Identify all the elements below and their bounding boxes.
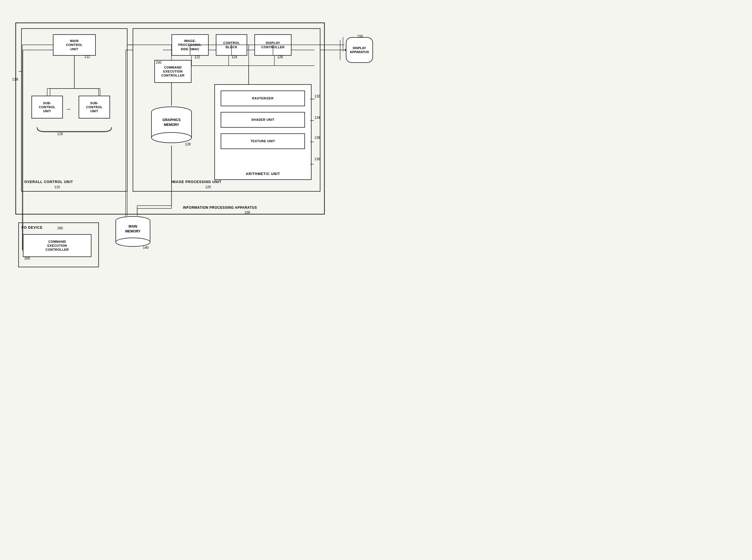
command-execution-top-label: COMMAND EXECUTION CONTROLLER <box>161 65 185 78</box>
arithmetic-unit: RASTERIZER SHADER UNIT TEXTURE UNIT ARIT… <box>214 84 311 180</box>
image-processing-unit-label: IMAGE PROCESSING UNIT <box>172 180 221 184</box>
texture-unit: TEXTURE UNIT <box>221 133 305 149</box>
texture-unit-label: TEXTURE UNIT <box>250 139 275 143</box>
control-block: CONTROL BLOCK <box>216 34 247 56</box>
main-control-unit-ref: 112 <box>84 55 90 59</box>
shader-unit: SHADER UNIT <box>221 112 305 128</box>
image-processing-ref: 120 <box>205 185 211 189</box>
shader-unit-label: SHADER UNIT <box>251 118 274 122</box>
display-controller-label: DISPLAY CONTROLLER <box>261 41 284 49</box>
graphics-memory-ref: 128 <box>185 142 191 146</box>
svg-point-34 <box>152 133 192 143</box>
command-execution-controller-bottom: COMMAND EXECUTION CONTROLLER <box>23 234 92 257</box>
command-execution-top-ref: 200 <box>156 61 161 64</box>
sub-control-unit-1-label: SUB- CONTROL UNIT <box>39 101 55 113</box>
arithmetic-unit-ref: 130 <box>314 157 320 161</box>
shader-unit-ref: 134 <box>314 116 320 120</box>
display-apparatus-ref: 150 <box>357 34 363 38</box>
control-block-label: CONTROL BLOCK <box>223 41 240 49</box>
ref-118: 118 <box>12 77 18 81</box>
arithmetic-unit-inner-label: ARITHMETIC UNIT <box>215 172 311 176</box>
control-block-ref: 124 <box>232 55 237 59</box>
image-processing-side-dmac-label: IMAGE- PROCESSING- SIDE DMAC <box>178 39 202 51</box>
command-execution-bottom-label: COMMAND EXECUTION CONTROLLER <box>45 240 69 252</box>
display-apparatus-label: DISPLAY APPARATUS <box>350 46 369 54</box>
info-processing-ref: 100 <box>244 211 250 215</box>
display-apparatus: DISPLAY APPARATUS <box>346 37 373 63</box>
rasterizer-label: RASTERIZER <box>252 96 273 100</box>
command-execution-bottom-ref: 200 <box>24 256 30 260</box>
sub-control-unit-2-label: SUB- CONTROL UNIT <box>86 101 103 113</box>
image-processing-side-dmac: IMAGE- PROCESSING- SIDE DMAC <box>172 34 209 56</box>
overall-control-unit-label: OVERALL CONTROL UNIT <box>24 180 73 184</box>
svg-point-43 <box>116 238 150 246</box>
main-memory: MAINMEMORY <box>113 216 153 248</box>
sub-control-unit-1: SUB- CONTROL UNIT <box>32 96 63 119</box>
sub-control-ref: 116 <box>57 132 63 136</box>
graphics-memory-label: GRAPHICSMEMORY <box>149 118 194 127</box>
image-processing-dmac-ref: 122 <box>194 55 200 59</box>
graphics-memory: GRAPHICSMEMORY <box>149 106 194 146</box>
info-processing-apparatus-label: INFORMATION PROCESSING APPARATUS <box>183 206 257 209</box>
main-memory-label: MAINMEMORY <box>113 224 153 234</box>
main-control-unit: MAIN CONTROL UNIT <box>53 34 96 56</box>
rasterizer: RASTERIZER <box>221 91 305 106</box>
main-control-unit-label: MAIN CONTROL UNIT <box>66 39 83 51</box>
display-controller: DISPLAY CONTROLLER <box>254 34 291 56</box>
texture-unit-ref: 136 <box>314 136 320 140</box>
overall-control-ref: 110 <box>54 185 60 189</box>
main-memory-ref: 140 <box>143 245 149 249</box>
ellipsis: ... <box>66 106 70 111</box>
rasterizer-ref: 132 <box>314 94 320 98</box>
io-device-label: I/O DEVICE <box>21 226 43 229</box>
sub-control-unit-2: SUB- CONTROL UNIT <box>79 96 110 119</box>
display-controller-ref: 126 <box>277 55 283 59</box>
io-device-ref: 160 <box>57 226 63 230</box>
